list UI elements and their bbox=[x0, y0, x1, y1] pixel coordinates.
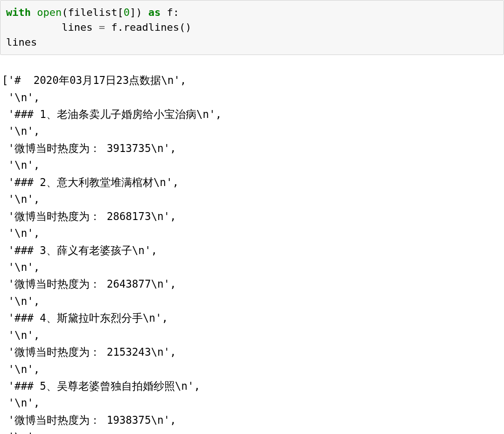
code-text: f.readlines() bbox=[105, 21, 191, 33]
code-text: (filelist[ bbox=[62, 7, 123, 18]
code-input-cell: with open(filelist[0]) as f: lines = f.r… bbox=[0, 0, 504, 55]
keyword-as: as bbox=[148, 7, 161, 18]
code-text: lines bbox=[6, 36, 37, 48]
keyword-with: with bbox=[6, 7, 31, 18]
number-literal: 0 bbox=[124, 7, 130, 18]
output-cell: ['# 2020年03月17日23点数据\n', '\n', '### 1、老油… bbox=[0, 65, 504, 434]
code-text: f: bbox=[161, 7, 179, 18]
code-text: ]) bbox=[130, 7, 148, 18]
builtin-open: open bbox=[31, 7, 62, 18]
code-text: lines bbox=[6, 21, 99, 33]
operator-equals: = bbox=[99, 21, 105, 33]
